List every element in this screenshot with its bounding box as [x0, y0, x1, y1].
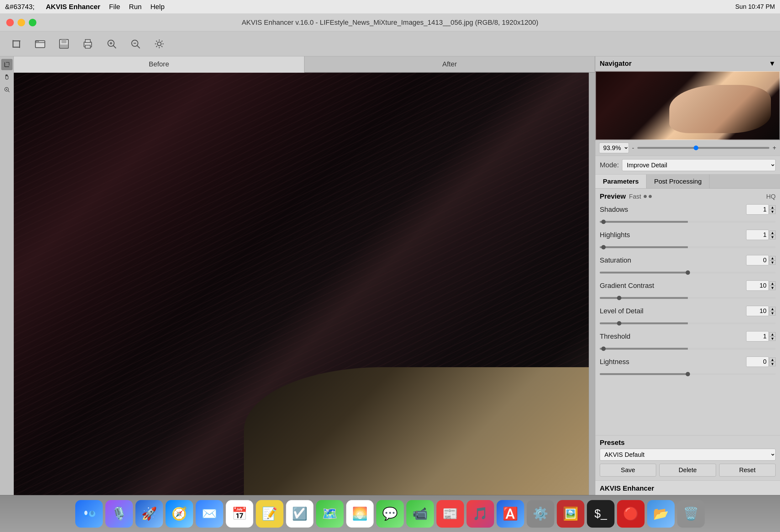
- highlights-stepper: ▲ ▼: [769, 230, 776, 240]
- toolbar-zoom-in-btn[interactable]: [102, 34, 121, 54]
- navigator-title: Navigator: [600, 59, 631, 68]
- tab-post-processing[interactable]: Post Processing: [646, 174, 710, 188]
- dock-system-prefs[interactable]: ⚙️: [527, 500, 554, 528]
- zoom-minus-btn[interactable]: -: [632, 145, 634, 152]
- dock-safari[interactable]: 🧭: [165, 500, 193, 528]
- shadows-input[interactable]: [746, 204, 769, 215]
- navigator-header: Navigator ▼: [595, 56, 780, 71]
- dock-news[interactable]: 📰: [436, 500, 464, 528]
- saturation-up-btn[interactable]: ▲: [769, 256, 776, 260]
- dock-maps[interactable]: 🗺️: [316, 500, 344, 528]
- threshold-input[interactable]: [746, 331, 769, 341]
- preset-reset-btn[interactable]: Reset: [719, 464, 776, 477]
- hand-tool[interactable]: [1, 71, 12, 83]
- canvas-viewport[interactable]: [14, 73, 589, 526]
- dock-terminal[interactable]: $_: [587, 500, 615, 528]
- crop-tool[interactable]: [1, 59, 12, 70]
- navigator-expand-icon[interactable]: ▼: [769, 59, 776, 68]
- save-icon: [58, 38, 70, 50]
- after-tab[interactable]: After: [304, 56, 595, 73]
- file-menu[interactable]: File: [109, 3, 120, 11]
- dock-reminders[interactable]: ☑️: [286, 500, 313, 528]
- dock-messages[interactable]: 💬: [376, 500, 404, 528]
- zoom-slider[interactable]: [637, 147, 770, 149]
- level-of-detail-down-btn[interactable]: ▼: [769, 311, 776, 316]
- gradient-contrast-slider[interactable]: [600, 297, 776, 299]
- tab-parameters[interactable]: Parameters: [595, 174, 646, 188]
- dock-notes[interactable]: 📝: [256, 500, 283, 528]
- toolbar-print-btn[interactable]: [78, 34, 98, 54]
- right-panel: Navigator ▼ 93.9% - + Mode:: [595, 56, 780, 532]
- shadows-up-btn[interactable]: ▲: [769, 205, 776, 210]
- level-of-detail-input[interactable]: [746, 306, 769, 316]
- lightness-input[interactable]: [746, 357, 769, 367]
- zoom-tool[interactable]: [1, 84, 12, 95]
- toolbar-zoom-out-btn[interactable]: [126, 34, 145, 54]
- preview-hq-label: HQ: [766, 193, 776, 200]
- lightness-down-btn[interactable]: ▼: [769, 362, 776, 366]
- highlights-slider[interactable]: [600, 246, 776, 248]
- gradient-contrast-up-btn[interactable]: ▲: [769, 281, 776, 286]
- toolbar-settings-btn[interactable]: [149, 34, 169, 54]
- zoom-select[interactable]: 93.9%: [599, 143, 629, 153]
- mode-select[interactable]: Improve Detail Smart Enhance Remove Nois…: [622, 159, 776, 171]
- gradient-contrast-label: Gradient Contrast: [600, 282, 654, 290]
- vertical-scrollbar[interactable]: [589, 73, 595, 526]
- dock-launchpad[interactable]: 🚀: [136, 500, 163, 528]
- help-menu[interactable]: Help: [150, 3, 164, 11]
- saturation-input[interactable]: [746, 255, 769, 265]
- svg-rect-7: [60, 45, 68, 48]
- preset-delete-btn[interactable]: Delete: [659, 464, 716, 477]
- before-tab[interactable]: Before: [14, 56, 304, 73]
- gradient-contrast-input[interactable]: [746, 280, 769, 291]
- toolbar-crop-btn[interactable]: [6, 34, 26, 54]
- zoom-plus-btn[interactable]: +: [773, 145, 776, 152]
- level-of-detail-stepper: ▲ ▼: [769, 307, 776, 316]
- gradient-contrast-down-btn[interactable]: ▼: [769, 286, 776, 290]
- presets-label: Presets: [600, 435, 776, 449]
- dock-folder[interactable]: 📂: [647, 500, 675, 528]
- threshold-up-btn[interactable]: ▲: [769, 332, 776, 336]
- gradient-contrast-input-wrap: ▲ ▼: [746, 280, 776, 291]
- crop-tool-icon: [3, 61, 10, 68]
- dock-trash[interactable]: 🗑️: [677, 500, 705, 528]
- dock-photos[interactable]: 🌅: [346, 500, 374, 528]
- maximize-button[interactable]: [29, 19, 36, 26]
- preset-save-btn[interactable]: Save: [600, 464, 656, 477]
- threshold-slider[interactable]: [600, 348, 776, 350]
- toolbar-open-btn[interactable]: [30, 34, 50, 54]
- saturation-slider[interactable]: [600, 272, 776, 273]
- dock-app-store[interactable]: 🅰️: [497, 500, 524, 528]
- threshold-label: Threshold: [600, 332, 630, 340]
- presets-select[interactable]: AKVIS Default: [600, 449, 776, 461]
- saturation-down-btn[interactable]: ▼: [769, 260, 776, 265]
- apple-menu[interactable]: &#63743;: [5, 3, 35, 11]
- close-button[interactable]: [6, 19, 14, 26]
- run-menu[interactable]: Run: [129, 3, 141, 11]
- dock-siri[interactable]: 🎙️: [105, 500, 133, 528]
- dock-calendar[interactable]: 📅: [226, 500, 253, 528]
- dock-facetime[interactable]: 📹: [406, 500, 434, 528]
- level-of-detail-up-btn[interactable]: ▲: [769, 307, 776, 311]
- lightness-slider[interactable]: [600, 373, 776, 375]
- lightness-up-btn[interactable]: ▲: [769, 358, 776, 362]
- dock-music[interactable]: 🎵: [467, 500, 494, 528]
- terminal-icon: $_: [594, 507, 607, 520]
- folder-icon: 📂: [653, 506, 669, 521]
- shadows-down-btn[interactable]: ▼: [769, 210, 776, 214]
- menu-bar: &#63743; AKVIS Enhancer File Run Help Su…: [0, 0, 780, 14]
- level-of-detail-slider[interactable]: [600, 322, 776, 324]
- svg-line-16: [137, 45, 140, 48]
- highlights-input[interactable]: [746, 230, 769, 240]
- toolbar-save-btn[interactable]: [54, 34, 74, 54]
- highlights-down-btn[interactable]: ▼: [769, 235, 776, 240]
- dock-mail[interactable]: ✉️: [196, 500, 223, 528]
- shadows-slider[interactable]: [600, 221, 776, 223]
- dock-finder[interactable]: [75, 500, 103, 528]
- highlights-up-btn[interactable]: ▲: [769, 230, 776, 235]
- dock-enhancer2[interactable]: 🔴: [617, 500, 644, 528]
- shadows-label: Shadows: [600, 206, 628, 214]
- threshold-down-btn[interactable]: ▼: [769, 336, 776, 341]
- minimize-button[interactable]: [17, 19, 25, 26]
- dock-akvis[interactable]: 🖼️: [557, 500, 584, 528]
